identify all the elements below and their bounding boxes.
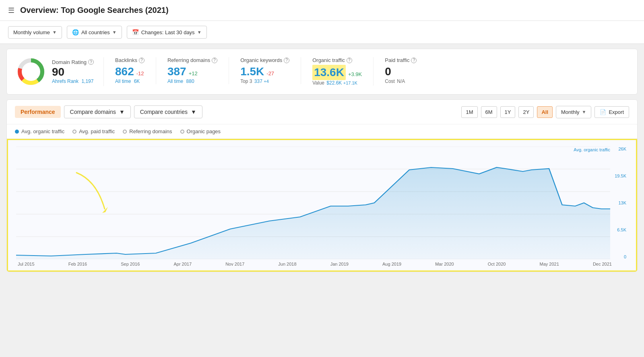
- monthly-volume-label: Monthly volume: [13, 29, 50, 35]
- legend-avg-paid-label: Avg. paid traffic: [79, 128, 115, 134]
- perf-toolbar: Performance Compare domains ▼ Compare co…: [7, 100, 637, 124]
- legend-dot-empty-domains: [123, 130, 127, 134]
- referring-domains-sub: All time 880: [167, 78, 217, 84]
- organic-keywords-value: 1.5K: [240, 65, 264, 78]
- organic-traffic-label: Organic traffic ?: [312, 57, 362, 63]
- monthly-dropdown[interactable]: Monthly ▼: [556, 106, 591, 118]
- dr-info: Domain Rating ? 90 Ahrefs Rank 1,197: [52, 59, 94, 85]
- backlinks-value: 862: [115, 65, 134, 78]
- paid-traffic-help-icon[interactable]: ?: [411, 58, 417, 63]
- time-6m-btn[interactable]: 6M: [481, 106, 497, 118]
- y-label-19k: 19.5K: [615, 173, 626, 178]
- paid-traffic-label: Paid traffic ?: [385, 57, 417, 63]
- legend-dot-empty-paid: [72, 130, 76, 134]
- organic-keywords-sub: Top 3 337 +4: [240, 78, 289, 84]
- organic-traffic-delta: +3.9K: [348, 71, 362, 77]
- chart-svg: [16, 147, 610, 259]
- backlinks-delta: -12: [136, 70, 144, 76]
- paid-traffic-sub: Cost N/A: [385, 78, 417, 84]
- x-label-mar2020: Mar 2020: [435, 262, 454, 266]
- chart-wrapper: Avg. organic traffic: [7, 139, 637, 272]
- changes-label: Changes: Last 30 days: [141, 29, 195, 35]
- x-label-may2021: May 2021: [539, 262, 559, 266]
- x-label-dec2021: Dec 2021: [593, 262, 612, 266]
- organic-traffic-sub: Value $22.6K +17.1K: [312, 80, 362, 86]
- x-label-aug2019: Aug 2019: [382, 262, 401, 266]
- organic-keywords-delta: -27: [266, 70, 274, 76]
- paid-traffic-metric: Paid traffic ? 0 Cost N/A: [374, 57, 428, 84]
- referring-domains-metric: Referring domains ? 387 +12 All time 880: [156, 57, 229, 84]
- organic-traffic-help-icon[interactable]: ?: [347, 58, 352, 63]
- menu-icon[interactable]: ☰: [8, 6, 14, 15]
- legend-referring-domains-label: Referring domains: [129, 128, 172, 134]
- legend-organic-pages[interactable]: Organic pages: [180, 128, 221, 134]
- legend-dot-filled: [15, 130, 19, 134]
- backlinks-label: Backlinks ?: [115, 57, 144, 63]
- time-all-btn[interactable]: All: [537, 106, 553, 118]
- chart-x-labels: Jul 2015 Feb 2016 Sep 2016 Apr 2017 Nov …: [16, 259, 628, 266]
- export-button[interactable]: 📄 Export: [594, 106, 629, 118]
- y-label-0: 0: [615, 254, 626, 259]
- all-countries-label: All countries: [81, 29, 110, 35]
- referring-domains-delta: +12: [189, 70, 198, 76]
- x-label-apr2017: Apr 2017: [173, 262, 192, 266]
- donut-chart: [17, 57, 45, 86]
- y-label-13k: 13K: [615, 200, 626, 205]
- changes-arrow: ▼: [197, 30, 202, 35]
- y-label-26k: 26K: [615, 147, 626, 151]
- dr-value: 90: [52, 65, 94, 79]
- paid-traffic-value: 0: [385, 65, 391, 78]
- referring-domains-help-icon[interactable]: ?: [212, 58, 217, 63]
- organic-keywords-help-icon[interactable]: ?: [284, 58, 289, 63]
- performance-tab[interactable]: Performance: [15, 106, 61, 118]
- dr-rank: Ahrefs Rank 1,197: [52, 78, 94, 84]
- organic-traffic-main: 13.6K +3.9K: [312, 65, 362, 80]
- compare-domains-tab[interactable]: Compare domains ▼: [64, 105, 131, 118]
- all-countries-dropdown[interactable]: 🌐 All countries ▼: [67, 26, 122, 39]
- legend-row: Avg. organic traffic Avg. paid traffic R…: [7, 124, 637, 139]
- x-label-jul2015: Jul 2015: [18, 262, 35, 266]
- time-2y-btn[interactable]: 2Y: [518, 106, 534, 118]
- legend-organic-pages-label: Organic pages: [187, 128, 221, 134]
- changes-dropdown[interactable]: 📅 Changes: Last 30 days ▼: [127, 26, 207, 39]
- page-title: Overview: Top Google Searches (2021): [20, 6, 169, 15]
- referring-domains-label: Referring domains ?: [167, 57, 217, 63]
- metrics-panel: Domain Rating ? 90 Ahrefs Rank 1,197 Bac…: [6, 49, 638, 95]
- dr-help-icon[interactable]: ?: [88, 59, 94, 65]
- toolbar: Monthly volume ▼ 🌐 All countries ▼ 📅 Cha…: [0, 21, 644, 44]
- dr-label: Domain Rating ?: [52, 59, 94, 65]
- time-1m-btn[interactable]: 1M: [461, 106, 477, 118]
- domain-rating-section: Domain Rating ? 90 Ahrefs Rank 1,197: [17, 57, 104, 86]
- chart-series-label: Avg. organic traffic: [574, 147, 610, 152]
- referring-domains-value: 387: [167, 65, 186, 78]
- paid-traffic-main: 0: [385, 65, 417, 78]
- monthly-volume-arrow: ▼: [52, 30, 57, 35]
- backlinks-metric: Backlinks ? 862 -12 All time 6K: [104, 57, 156, 84]
- x-label-nov2017: Nov 2017: [225, 262, 244, 266]
- app-container: ☰ Overview: Top Google Searches (2021) M…: [0, 0, 644, 357]
- time-1y-btn[interactable]: 1Y: [500, 106, 516, 118]
- legend-referring-domains[interactable]: Referring domains: [123, 128, 172, 134]
- x-label-oct2020: Oct 2020: [488, 262, 506, 266]
- x-label-jan2019: Jan 2019: [330, 262, 349, 266]
- organic-keywords-label: Organic keywords ?: [240, 57, 289, 63]
- organic-keywords-main: 1.5K -27: [240, 65, 289, 78]
- organic-keywords-metric: Organic keywords ? 1.5K -27 Top 3 337 +4: [229, 57, 301, 84]
- monthly-volume-dropdown[interactable]: Monthly volume ▼: [8, 26, 62, 39]
- chart-area: Avg. organic traffic: [16, 147, 628, 259]
- compare-countries-tab[interactable]: Compare countries ▼: [134, 105, 202, 118]
- countries-arrow: ▼: [112, 30, 117, 35]
- svg-marker-11: [16, 167, 610, 259]
- x-label-jun2018: Jun 2018: [278, 262, 296, 266]
- organic-traffic-metric: Organic traffic ? 13.6K +3.9K Value $22.…: [301, 57, 374, 86]
- backlinks-sub: All time 6K: [115, 78, 144, 84]
- backlinks-main: 862 -12: [115, 65, 144, 78]
- y-label-6k: 6.5K: [615, 227, 626, 232]
- organic-traffic-value: 13.6K: [312, 65, 346, 80]
- referring-domains-main: 387 +12: [167, 65, 217, 78]
- legend-avg-organic[interactable]: Avg. organic traffic: [15, 128, 64, 134]
- backlinks-help-icon[interactable]: ?: [139, 58, 144, 63]
- legend-avg-paid[interactable]: Avg. paid traffic: [72, 128, 115, 134]
- export-icon: 📄: [600, 109, 606, 115]
- performance-panel: Performance Compare domains ▼ Compare co…: [6, 99, 638, 272]
